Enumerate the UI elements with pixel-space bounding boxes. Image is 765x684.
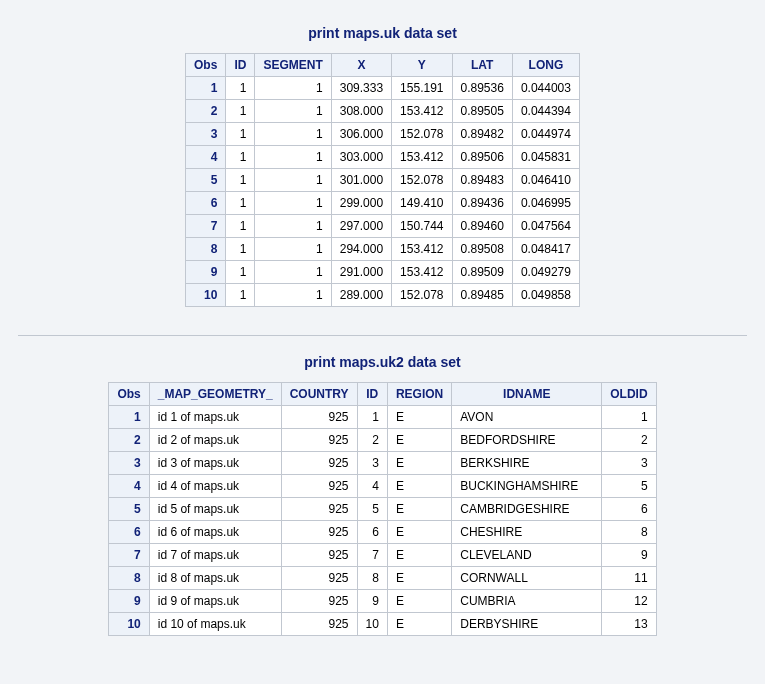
cell-oldid: 6	[602, 498, 656, 521]
cell-y: 155.191	[392, 77, 452, 100]
cell-segment: 1	[255, 123, 331, 146]
cell-oldid: 5	[602, 475, 656, 498]
table2: Obs _MAP_GEOMETRY_ COUNTRY ID REGION IDN…	[108, 382, 656, 636]
cell-idname: CHESHIRE	[452, 521, 602, 544]
cell-id: 1	[226, 284, 255, 307]
cell-segment: 1	[255, 169, 331, 192]
table-row: 811294.000153.4120.895080.048417	[186, 238, 580, 261]
cell-region: E	[387, 544, 451, 567]
cell-long: 0.046410	[512, 169, 579, 192]
cell-oldid: 8	[602, 521, 656, 544]
cell-lat: 0.89536	[452, 77, 512, 100]
cell-country: 925	[281, 406, 357, 429]
cell-map-geometry: id 6 of maps.uk	[149, 521, 281, 544]
cell-obs: 3	[109, 452, 149, 475]
cell-long: 0.048417	[512, 238, 579, 261]
cell-segment: 1	[255, 192, 331, 215]
cell-x: 309.333	[331, 77, 391, 100]
cell-country: 925	[281, 567, 357, 590]
cell-id: 8	[357, 567, 387, 590]
cell-x: 297.000	[331, 215, 391, 238]
col-country: COUNTRY	[281, 383, 357, 406]
cell-id: 1	[357, 406, 387, 429]
cell-id: 1	[226, 77, 255, 100]
cell-map-geometry: id 4 of maps.uk	[149, 475, 281, 498]
table-row: 8id 8 of maps.uk9258ECORNWALL11	[109, 567, 656, 590]
cell-obs: 7	[109, 544, 149, 567]
table1-header-row: Obs ID SEGMENT X Y LAT LONG	[186, 54, 580, 77]
table-row: 7id 7 of maps.uk9257ECLEVELAND9	[109, 544, 656, 567]
cell-segment: 1	[255, 100, 331, 123]
col-id: ID	[357, 383, 387, 406]
cell-x: 306.000	[331, 123, 391, 146]
cell-region: E	[387, 498, 451, 521]
cell-country: 925	[281, 590, 357, 613]
cell-y: 150.744	[392, 215, 452, 238]
cell-long: 0.044974	[512, 123, 579, 146]
table2-title: print maps.uk2 data set	[0, 354, 765, 370]
cell-x: 303.000	[331, 146, 391, 169]
table-row: 211308.000153.4120.895050.044394	[186, 100, 580, 123]
cell-id: 2	[357, 429, 387, 452]
cell-id: 1	[226, 192, 255, 215]
cell-region: E	[387, 406, 451, 429]
cell-id: 6	[357, 521, 387, 544]
cell-y: 152.078	[392, 169, 452, 192]
table-row: 311306.000152.0780.894820.044974	[186, 123, 580, 146]
col-lat: LAT	[452, 54, 512, 77]
cell-obs: 9	[109, 590, 149, 613]
col-segment: SEGMENT	[255, 54, 331, 77]
cell-x: 301.000	[331, 169, 391, 192]
cell-long: 0.045831	[512, 146, 579, 169]
cell-region: E	[387, 521, 451, 544]
cell-id: 1	[226, 169, 255, 192]
cell-long: 0.044003	[512, 77, 579, 100]
cell-obs: 10	[109, 613, 149, 636]
table-row: 511301.000152.0780.894830.046410	[186, 169, 580, 192]
cell-oldid: 3	[602, 452, 656, 475]
cell-idname: BERKSHIRE	[452, 452, 602, 475]
table-row: 6id 6 of maps.uk9256ECHESHIRE8	[109, 521, 656, 544]
cell-segment: 1	[255, 215, 331, 238]
col-id: ID	[226, 54, 255, 77]
cell-obs: 4	[186, 146, 226, 169]
cell-map-geometry: id 8 of maps.uk	[149, 567, 281, 590]
cell-country: 925	[281, 452, 357, 475]
col-y: Y	[392, 54, 452, 77]
cell-y: 153.412	[392, 146, 452, 169]
table-row: 9id 9 of maps.uk9259ECUMBRIA12	[109, 590, 656, 613]
cell-obs: 8	[109, 567, 149, 590]
cell-id: 1	[226, 215, 255, 238]
cell-oldid: 12	[602, 590, 656, 613]
cell-id: 9	[357, 590, 387, 613]
cell-x: 291.000	[331, 261, 391, 284]
cell-lat: 0.89436	[452, 192, 512, 215]
cell-obs: 2	[186, 100, 226, 123]
table-row: 711297.000150.7440.894600.047564	[186, 215, 580, 238]
col-map-geometry: _MAP_GEOMETRY_	[149, 383, 281, 406]
cell-obs: 5	[186, 169, 226, 192]
cell-map-geometry: id 7 of maps.uk	[149, 544, 281, 567]
cell-idname: BUCKINGHAMSHIRE	[452, 475, 602, 498]
cell-idname: DERBYSHIRE	[452, 613, 602, 636]
cell-long: 0.044394	[512, 100, 579, 123]
cell-x: 308.000	[331, 100, 391, 123]
cell-oldid: 11	[602, 567, 656, 590]
cell-lat: 0.89482	[452, 123, 512, 146]
cell-map-geometry: id 9 of maps.uk	[149, 590, 281, 613]
cell-region: E	[387, 452, 451, 475]
cell-segment: 1	[255, 238, 331, 261]
cell-country: 925	[281, 498, 357, 521]
cell-id: 1	[226, 100, 255, 123]
col-obs: Obs	[109, 383, 149, 406]
cell-x: 299.000	[331, 192, 391, 215]
cell-segment: 1	[255, 77, 331, 100]
cell-segment: 1	[255, 284, 331, 307]
cell-obs: 6	[109, 521, 149, 544]
cell-long: 0.049279	[512, 261, 579, 284]
cell-obs: 3	[186, 123, 226, 146]
cell-y: 152.078	[392, 284, 452, 307]
cell-obs: 7	[186, 215, 226, 238]
table1: Obs ID SEGMENT X Y LAT LONG 111309.33315…	[185, 53, 580, 307]
col-region: REGION	[387, 383, 451, 406]
